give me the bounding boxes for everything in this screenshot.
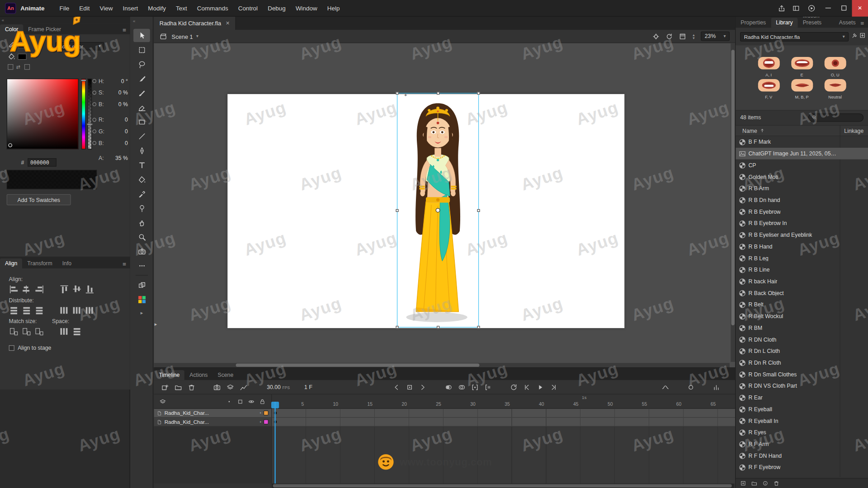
transform-origin-point[interactable] — [436, 208, 440, 212]
next-keyframe-button[interactable] — [547, 381, 560, 393]
timeline-scrollbar[interactable] — [272, 483, 734, 488]
eyedropper-tool[interactable] — [133, 187, 150, 200]
menu-item[interactable]: Help — [322, 0, 345, 16]
tab-library[interactable]: Library — [771, 18, 797, 28]
library-item[interactable]: R B Hand — [736, 241, 868, 253]
layer-outline-color[interactable] — [264, 411, 269, 416]
channel-radio[interactable] — [92, 141, 96, 145]
frame-ruler[interactable]: 1s 2s 5101520253035404550556065 — [272, 394, 735, 408]
selection-handle[interactable] — [437, 92, 439, 94]
library-item[interactable]: R Belt — [736, 299, 868, 310]
library-item[interactable]: R Eyeball In — [736, 415, 868, 427]
library-item[interactable]: R Belt Wockul — [736, 310, 868, 322]
align-right-button[interactable] — [34, 285, 44, 294]
channel-value[interactable]: 0 % — [118, 101, 128, 107]
quick-share-play-icon[interactable] — [803, 0, 820, 16]
tab-properties[interactable]: Properties — [736, 18, 771, 28]
layer-status-dot[interactable]: • — [260, 419, 261, 424]
channel-value[interactable]: 0 ° — [121, 78, 128, 84]
swap-colors-icon[interactable]: ⇄ — [16, 64, 22, 70]
menu-item[interactable]: Insert — [118, 0, 143, 16]
pasteboard[interactable]: + ▸ — [154, 43, 735, 368]
align-h-center-button[interactable] — [22, 285, 32, 294]
pin-library-icon[interactable] — [851, 32, 858, 39]
library-item[interactable]: R F Arm — [736, 438, 868, 450]
menu-item[interactable]: Commands — [192, 0, 233, 16]
layer-name-cell[interactable]: Radha_Kid_Char... • — [154, 409, 272, 418]
selection-handle[interactable] — [477, 92, 480, 94]
align-left-button[interactable] — [9, 285, 19, 294]
modify-markers-button[interactable] — [482, 381, 495, 393]
document-tab[interactable]: Radha Kid Character.fla ✕ — [154, 17, 236, 30]
scrollbar-thumb[interactable] — [273, 484, 732, 487]
hue-marker[interactable] — [81, 80, 86, 81]
lock-column-icon[interactable] — [257, 396, 268, 407]
paint-bucket-tool[interactable] — [133, 173, 150, 186]
fill-color-swatch[interactable] — [18, 53, 27, 59]
library-item[interactable]: R F DN Hand — [736, 450, 868, 462]
library-item[interactable]: R Back Object — [736, 287, 868, 299]
stroke-color-swatch[interactable] — [18, 42, 27, 47]
alpha-value[interactable]: 35 % — [115, 155, 128, 161]
edit-multiple-frames-button[interactable] — [468, 381, 481, 393]
menu-item[interactable]: Modify — [143, 0, 171, 16]
alpha-marker[interactable] — [87, 123, 92, 125]
menu-item[interactable]: File — [54, 0, 74, 16]
scrollbar-thumb[interactable] — [236, 363, 480, 366]
menu-item[interactable]: View — [95, 0, 118, 16]
current-frame-value[interactable]: 1 — [304, 384, 307, 390]
center-stage-button[interactable] — [652, 33, 660, 40]
selection-handle[interactable] — [477, 209, 480, 212]
asset-warp-tool[interactable] — [133, 202, 150, 215]
selected-object[interactable]: + — [397, 93, 479, 328]
column-name[interactable]: Name — [742, 127, 757, 133]
tab-color[interactable]: Color — [0, 24, 23, 34]
classic-brush-tool[interactable] — [133, 86, 150, 99]
layer-status-dot[interactable]: • — [260, 411, 261, 416]
maximize-button[interactable] — [836, 0, 852, 16]
current-frame-control[interactable]: 1 F — [304, 384, 312, 390]
distribute-v-center-button[interactable] — [22, 306, 32, 315]
library-item[interactable]: R B Dn hand — [736, 194, 868, 206]
saturation-brightness-box[interactable] — [7, 79, 79, 150]
menu-item[interactable]: Window — [291, 0, 322, 16]
timeline-layer-row[interactable]: Radha_Kid_Char... • — [154, 409, 735, 418]
library-item[interactable]: R B Eyeliser and Eyeblink — [736, 229, 868, 241]
library-document-select[interactable]: Radha Kid Character.fla▾ — [740, 32, 849, 42]
line-tool[interactable] — [133, 130, 150, 143]
rectangle-tool[interactable] — [133, 115, 150, 128]
distribute-top-button[interactable] — [9, 306, 19, 315]
channel-radio[interactable] — [92, 79, 96, 83]
match-height-button[interactable] — [22, 327, 32, 336]
distribute-right-button[interactable] — [85, 305, 94, 315]
channel-value[interactable]: 0 — [125, 128, 128, 134]
tab-frame-picker[interactable]: Frame Picker — [23, 24, 66, 34]
collapse-panel-icon[interactable]: « — [0, 17, 130, 23]
clip-content-button[interactable] — [679, 33, 686, 40]
selection-tool[interactable] — [133, 29, 150, 42]
scene-breadcrumb[interactable]: Scene 1 — [172, 33, 193, 40]
space-horizontal-button[interactable] — [72, 327, 82, 336]
smooth-curve-icon[interactable] — [659, 381, 672, 393]
chevron-down-icon[interactable]: ▾ — [196, 34, 198, 39]
align-top-button[interactable] — [60, 284, 69, 294]
tab-info[interactable]: Info — [57, 258, 76, 268]
new-folder-button[interactable] — [749, 479, 759, 488]
rotate-stage-button[interactable] — [665, 33, 673, 40]
library-item[interactable]: R BM — [736, 322, 868, 334]
zoom-stepper[interactable]: ▲▼ — [692, 33, 695, 40]
fps-value[interactable]: 30.00 — [267, 384, 281, 390]
hue-slider[interactable] — [81, 79, 86, 150]
menu-item[interactable]: Edit — [74, 0, 94, 16]
snapping-icon[interactable] — [133, 278, 150, 291]
zoom-select[interactable]: 23%▾ — [701, 32, 730, 41]
tab-timeline[interactable]: Timeline — [154, 370, 184, 380]
tab-assets[interactable]: Assets — [834, 18, 861, 28]
prev-keyframe-button[interactable] — [520, 381, 533, 393]
new-layer-button[interactable] — [158, 381, 171, 393]
workspace-icon[interactable] — [789, 0, 803, 16]
marker-circle-icon[interactable] — [684, 381, 697, 393]
sort-ascending-icon[interactable] — [760, 128, 765, 133]
tab-scene[interactable]: Scene — [212, 370, 238, 380]
menu-item[interactable]: Control — [233, 0, 263, 16]
